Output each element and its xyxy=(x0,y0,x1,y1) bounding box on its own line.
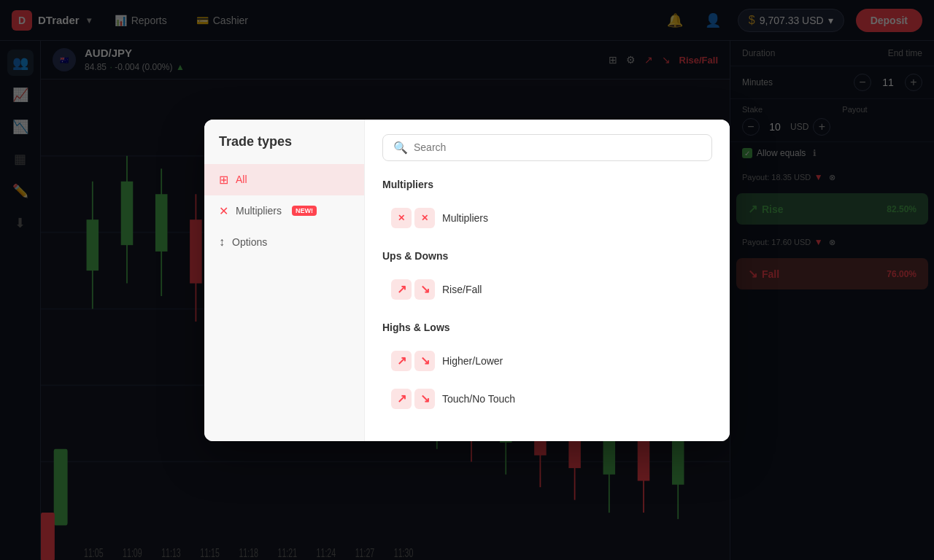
higher-lower-label: Higher/Lower xyxy=(442,355,503,367)
multipliers-icon: ✕ xyxy=(219,204,228,218)
new-badge: NEW! xyxy=(292,206,317,216)
higher-lower-icons: ↗ ↘ xyxy=(391,351,435,371)
ups-downs-title: Ups & Downs xyxy=(382,250,712,262)
rise-fall-option-label: Rise/Fall xyxy=(442,284,482,295)
highs-lows-section: Highs & Lows ↗ ↘ Higher/Lower ↗ ↘ Touch/… xyxy=(382,322,712,416)
higher-lower-option[interactable]: ↗ ↘ Higher/Lower xyxy=(382,343,712,378)
multipliers-section-title: Multipliers xyxy=(382,179,712,190)
touch-no-touch-label: Touch/No Touch xyxy=(442,393,515,405)
multipliers-option[interactable]: ✕ ✕ Multipliers xyxy=(382,201,712,236)
rise-icon: ↗ xyxy=(391,279,412,300)
modal-right-content: 🔍 Multipliers ✕ ✕ Multipliers Ups & Down… xyxy=(365,120,730,441)
modal-nav-all[interactable]: ⊞ All xyxy=(204,164,364,195)
multipliers-option-label: Multipliers xyxy=(442,212,488,224)
touch-icon: ↗ xyxy=(391,389,412,409)
rise-fall-option[interactable]: ↗ ↘ Rise/Fall xyxy=(382,272,712,307)
touch-no-touch-option[interactable]: ↗ ↘ Touch/No Touch xyxy=(382,381,712,416)
touch-no-touch-icons: ↗ ↘ xyxy=(391,389,435,409)
rise-fall-icons: ↗ ↘ xyxy=(391,279,435,300)
multipliers-section: Multipliers ✕ ✕ Multipliers xyxy=(382,179,712,236)
modal-nav-multipliers[interactable]: ✕ Multipliers NEW! xyxy=(204,195,364,227)
trade-types-modal: Trade types ⊞ All ✕ Multipliers NEW! ↕ O… xyxy=(204,120,730,441)
modal-overlay[interactable]: Trade types ⊞ All ✕ Multipliers NEW! ↕ O… xyxy=(0,0,934,560)
fall-icon: ↘ xyxy=(414,279,435,300)
all-icon: ⊞ xyxy=(219,173,228,187)
higher-icon: ↗ xyxy=(391,351,412,371)
no-touch-icon: ↘ xyxy=(414,389,435,409)
multipliers-up-icon: ✕ xyxy=(391,208,412,228)
multipliers-down-icon: ✕ xyxy=(414,208,435,228)
search-icon: 🔍 xyxy=(393,141,408,155)
search-box: 🔍 xyxy=(382,134,712,161)
modal-title: Trade types xyxy=(204,134,364,164)
multipliers-icons: ✕ ✕ xyxy=(391,208,435,228)
modal-left-nav: Trade types ⊞ All ✕ Multipliers NEW! ↕ O… xyxy=(204,120,365,441)
lower-icon: ↘ xyxy=(414,351,435,371)
modal-nav-options[interactable]: ↕ Options xyxy=(204,227,364,257)
ups-downs-section: Ups & Downs ↗ ↘ Rise/Fall xyxy=(382,250,712,307)
highs-lows-title: Highs & Lows xyxy=(382,322,712,333)
options-icon: ↕ xyxy=(219,236,225,249)
search-input[interactable] xyxy=(414,141,701,153)
